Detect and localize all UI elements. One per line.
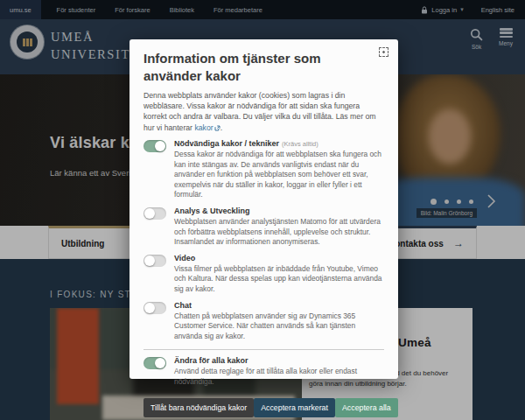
toggle-necessary-cookies[interactable] <box>144 140 166 152</box>
umu-homepage: umu.se För studenter För forskare Biblio… <box>0 0 525 420</box>
toggle-all-cookies[interactable] <box>144 357 166 369</box>
toggle-necessary-desc: Dessa kakor är nödvändiga för att webbpl… <box>174 150 384 200</box>
decline-button[interactable]: Tillåt bara nödvändiga kakor <box>144 398 254 417</box>
toggle-chat-desc: Chatten på webbplatsen använder sig av D… <box>174 312 384 342</box>
accept-all-button[interactable]: Acceptera alla <box>335 398 398 417</box>
accept-selected-button[interactable]: Acceptera markerat <box>254 398 335 417</box>
toggle-row-video: Video Vissa filmer på webbplatsen är inb… <box>144 254 384 295</box>
toggle-chat[interactable] <box>144 302 166 314</box>
toggle-analytics[interactable] <box>144 207 166 220</box>
dialog-button-row: Tillåt bara nödvändiga kakor Acceptera m… <box>144 398 384 417</box>
toggle-video-desc: Vissa filmer på webbplatsen är inbäddade… <box>174 264 384 295</box>
dialog-divider <box>144 349 384 350</box>
external-link-icon <box>214 125 220 131</box>
toggle-chat-label: Chat <box>174 301 384 310</box>
required-suffix: (Krävs alltid) <box>282 140 318 148</box>
toggle-row-analytics: Analys & Utveckling Webbplatsen använder… <box>144 206 384 248</box>
toggle-video[interactable] <box>144 255 166 267</box>
dialog-title: Information om tjänster som använder kak… <box>144 50 384 85</box>
toggle-row-necessary: Nödvändiga kakor / tekniker(Krävs alltid… <box>144 139 384 200</box>
cookie-policy-link[interactable]: kakor <box>194 123 220 132</box>
cookie-consent-dialog: Information om tjänster som använder kak… <box>130 39 398 379</box>
toggle-analytics-label: Analys & Utveckling <box>174 206 384 215</box>
toggle-necessary-label: Nödvändiga kakor / tekniker(Krävs alltid… <box>174 139 384 148</box>
drag-handle-icon[interactable] <box>379 47 388 57</box>
toggle-all-label: Ändra för alla kakor <box>174 356 384 365</box>
dialog-intro: Denna webbplats använder kakor (cookies)… <box>144 90 384 133</box>
toggle-analytics-desc: Webbplatsen använder analystjänsten Mato… <box>174 217 384 248</box>
toggle-row-all-cookies: Ändra för alla kakor Använd detta reglag… <box>144 356 384 387</box>
toggle-video-label: Video <box>174 254 384 262</box>
toggle-all-desc: Använd detta reglage för att tillåta all… <box>174 367 384 387</box>
toggle-row-chat: Chat Chatten på webbplatsen använder sig… <box>144 301 384 342</box>
